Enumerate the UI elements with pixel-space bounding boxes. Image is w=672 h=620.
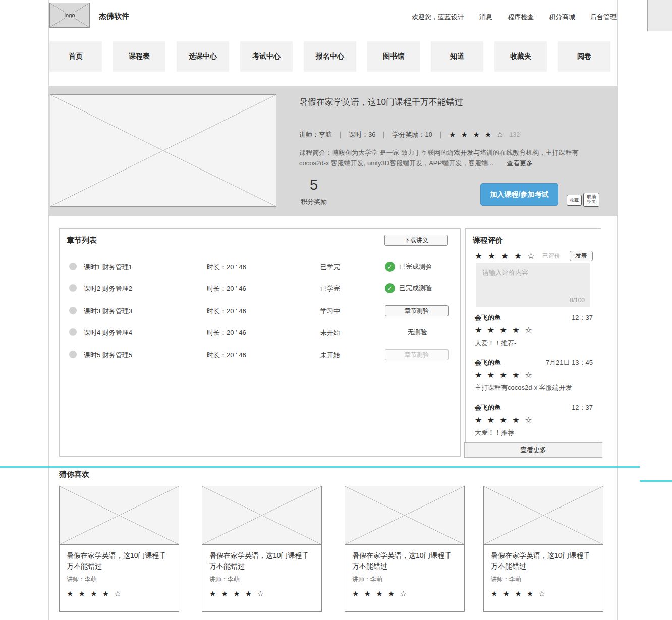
card-title: 暑假在家学英语，这10门课程千万不能错过 <box>491 550 596 572</box>
header-link-program-check[interactable]: 程序检查 <box>508 13 534 22</box>
header-link-points-mall[interactable]: 积分商城 <box>549 13 575 22</box>
view-more-reviews-button[interactable]: 查看更多 <box>464 442 602 458</box>
chapter-row: 课时4 财务管理4 时长：20 ' 46 未开始 无测验 <box>60 327 460 338</box>
lesson-action: 章节测验 <box>385 305 450 316</box>
card-teacher: 讲师：李萌 <box>209 575 314 584</box>
main-nav: 首页 课程表 选课中心 考试中心 报名中心 图书馆 知道 收藏夹 阅卷 <box>49 41 610 72</box>
quiz-done-label: 已完成测验 <box>399 262 432 271</box>
logo-label: logo <box>63 12 77 18</box>
review-item: 会飞的鱼 7月21日 13：45 ★ ★ ★ ★ ☆ 主打课程有cocos2d-… <box>475 358 593 392</box>
meta-divider <box>383 132 384 138</box>
suggest-card[interactable]: 暑假在家学英语，这10门课程千万不能错过 讲师：李萌 ★ ★ ★ ★ ☆ <box>59 486 179 612</box>
lesson-action: ✓ 已完成测验 <box>385 261 450 272</box>
card-teacher: 讲师：李萌 <box>491 575 596 584</box>
chapter-row: 课时2 财务管理2 时长：20 ' 46 已学完 ✓ 已完成测验 <box>60 283 460 294</box>
card-stars: ★ ★ ★ ★ ☆ <box>67 589 172 598</box>
review-time: 12：37 <box>572 313 593 322</box>
lesson-status: 已学完 <box>320 263 340 272</box>
chapter-row: 课时5 财务管理5 时长：20 ' 46 未开始 章节测验 <box>60 349 460 360</box>
card-stars: ★ ★ ★ ★ ☆ <box>491 589 596 598</box>
card-stars: ★ ★ ★ ★ ☆ <box>209 589 314 598</box>
nav-item-home[interactable]: 首页 <box>49 41 102 72</box>
suggest-card[interactable]: 暑假在家学英语，这10门课程千万不能错过 讲师：李萌 ★ ★ ★ ★ ☆ <box>202 486 322 612</box>
download-handout-button[interactable]: 下载讲义 <box>384 235 448 246</box>
brand-title: 杰佛软件 <box>99 12 129 21</box>
header-links: 欢迎您，蓝蓝设计 消息 程序检查 积分商城 后台管理 <box>412 13 617 22</box>
favorite-button[interactable]: 收藏 <box>567 195 582 206</box>
char-counter: 0/100 <box>570 297 585 304</box>
course-credits: 学分奖励：10 <box>392 130 432 139</box>
card-image-placeholder <box>202 486 321 545</box>
header-link-admin[interactable]: 后台管理 <box>590 13 617 22</box>
chapter-quiz-button-disabled[interactable]: 章节测验 <box>385 349 449 360</box>
publish-review-button[interactable]: 发表 <box>570 251 593 261</box>
review-time: 7月21日 13：45 <box>546 358 593 367</box>
course-rating-count: 132 <box>510 131 520 138</box>
my-rating-stars[interactable]: ★ ★ ★ ★ ☆ <box>475 251 536 261</box>
card-title: 暑假在家学英语，这10门课程千万不能错过 <box>209 550 314 572</box>
review-list: 会飞的鱼 12：37 ★ ★ ★ ★ ☆ 大爱！！推荐- 会飞的鱼 7月21日 … <box>475 313 593 448</box>
lesson-name: 课时1 财务管理1 <box>84 263 132 272</box>
suggest-section-title: 猜你喜欢 <box>59 470 89 479</box>
lesson-action: 章节测验 <box>385 349 450 360</box>
chapter-list-title: 章节列表 <box>67 236 97 245</box>
review-comment: 大爱！！推荐- <box>475 428 593 437</box>
course-intro: 课程简介：博毅创为大学堂 是一家 致力于互联网的游戏开发与培训的在线教育机构，主… <box>299 147 600 169</box>
card-image-placeholder <box>345 486 464 545</box>
lesson-name: 课时4 财务管理4 <box>84 328 132 337</box>
card-title: 暑假在家学英语，这10门课程千万不能错过 <box>352 550 457 572</box>
cancel-study-button[interactable]: 取消学习 <box>583 193 599 207</box>
nav-item-schedule[interactable]: 课程表 <box>113 41 165 72</box>
review-item: 会飞的鱼 12：37 ★ ★ ★ ★ ☆ 大爱！！推荐- <box>475 403 593 437</box>
chapter-row: 课时3 财务管理3 时长：20 ' 46 学习中 章节测验 <box>60 305 460 316</box>
lesson-name: 课时2 财务管理2 <box>84 284 132 293</box>
no-quiz-label: 无测验 <box>385 328 450 337</box>
course-image-placeholder <box>50 94 276 207</box>
review-panel-title: 课程评价 <box>473 236 503 245</box>
join-course-button[interactable]: 加入课程/参加考试 <box>480 183 558 206</box>
header-link-messages[interactable]: 消息 <box>479 13 492 22</box>
points-value: 5 <box>296 177 331 193</box>
nav-item-grading[interactable]: 阅卷 <box>558 41 610 72</box>
page-right-border <box>617 0 618 620</box>
nav-item-register-center[interactable]: 报名中心 <box>304 41 356 72</box>
chapter-list-panel: 章节列表 下载讲义 课时1 财务管理1 时长：20 ' 46 已学完 ✓ 已完成… <box>59 228 461 457</box>
logo-placeholder: logo <box>49 3 90 28</box>
card-title: 暑假在家学英语，这10门课程千万不能错过 <box>67 550 172 572</box>
card-image-placeholder <box>484 486 603 545</box>
chapter-quiz-button[interactable]: 章节测验 <box>385 305 449 316</box>
reviewer-name: 会飞的鱼 <box>475 358 501 367</box>
suggest-card[interactable]: 暑假在家学英语，这10门课程千万不能错过 讲师：李萌 ★ ★ ★ ★ ☆ <box>345 486 465 612</box>
lesson-name: 课时3 财务管理3 <box>84 307 132 316</box>
lesson-duration: 时长：20 ' 46 <box>207 351 246 360</box>
card-stars: ★ ★ ★ ★ ☆ <box>352 589 457 598</box>
nav-item-favorites[interactable]: 收藏夹 <box>494 41 547 72</box>
lesson-status: 未开始 <box>320 351 340 360</box>
meta-divider <box>340 132 341 138</box>
review-stars: ★ ★ ★ ★ ☆ <box>475 415 593 425</box>
lesson-name: 课时5 财务管理5 <box>84 351 132 360</box>
points-label: 积分奖励 <box>296 197 331 206</box>
cyan-guide-line <box>0 466 640 468</box>
course-more-link[interactable]: 查看更多 <box>507 159 533 167</box>
course-hours: 课时：36 <box>349 130 375 139</box>
lesson-duration: 时长：20 ' 46 <box>207 284 246 293</box>
course-meta: 讲师：李航 课时：36 学分奖励：10 ★ ★ ★ ★ ☆ 132 <box>299 130 520 139</box>
nav-item-course-center[interactable]: 选课中心 <box>177 41 229 72</box>
card-teacher: 讲师：李萌 <box>67 575 172 584</box>
rated-label: 已评价 <box>542 252 561 260</box>
lesson-duration: 时长：20 ' 46 <box>207 307 246 316</box>
course-hero: 暑假在家学英语，这10门课程千万不能错过 讲师：李航 课时：36 学分奖励：10… <box>49 86 617 216</box>
card-image-placeholder <box>60 486 179 545</box>
course-intro-text: 课程简介：博毅创为大学堂 是一家 致力于互联网的游戏开发与培训的在线教育机构，主… <box>299 149 578 167</box>
welcome-user-text: 欢迎您，蓝蓝设计 <box>412 13 464 22</box>
check-icon: ✓ <box>385 283 395 293</box>
my-rating-row: ★ ★ ★ ★ ☆ 已评价 发表 <box>475 251 593 261</box>
card-teacher: 讲师：李萌 <box>352 575 457 584</box>
nav-item-know[interactable]: 知道 <box>431 41 483 72</box>
nav-item-library[interactable]: 图书馆 <box>367 41 420 72</box>
points-block: 5 积分奖励 <box>296 177 331 206</box>
suggest-card[interactable]: 暑假在家学英语，这10门课程千万不能错过 讲师：李萌 ★ ★ ★ ★ ☆ <box>483 486 603 612</box>
nav-item-exam-center[interactable]: 考试中心 <box>240 41 293 72</box>
lesson-duration: 时长：20 ' 46 <box>207 328 246 337</box>
